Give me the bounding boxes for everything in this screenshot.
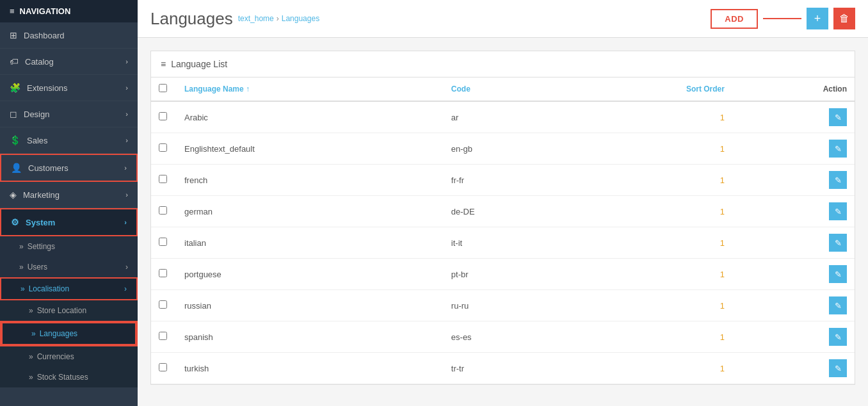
row-name: russian	[177, 290, 444, 321]
chevron-right-icon: ›	[125, 110, 128, 118]
row-checkbox	[151, 101, 177, 133]
row-select-checkbox[interactable]	[159, 300, 167, 309]
edit-button[interactable]: ✎	[829, 108, 847, 126]
trash-icon: 🗑	[839, 13, 849, 24]
content-area: ≡ Language List Language Name ↑ Code Sor…	[138, 38, 868, 406]
add-button-blue[interactable]: +	[807, 8, 828, 29]
sidebar-item-label: Stock Statuses	[37, 373, 88, 382]
sidebar-item-localisation[interactable]: » Localisation ›	[0, 277, 138, 300]
row-checkbox	[151, 353, 177, 384]
sidebar-item-label: Settings	[28, 242, 55, 251]
row-select-checkbox[interactable]	[159, 363, 167, 371]
language-list-panel: ≡ Language List Language Name ↑ Code Sor…	[150, 51, 855, 385]
chevron-right-icon: ›	[125, 263, 128, 272]
col-sort-order[interactable]: Sort Order	[565, 77, 732, 101]
sidebar-item-currencies[interactable]: » Currencies	[0, 346, 138, 367]
sidebar-item-label: Store Location	[37, 306, 86, 315]
row-action: ✎	[732, 321, 855, 353]
sidebar-item-label: Localisation	[29, 284, 69, 293]
select-all-checkbox[interactable]	[159, 84, 167, 92]
edit-button[interactable]: ✎	[829, 234, 847, 252]
row-code: fr-fr	[444, 165, 565, 196]
breadcrumb-home[interactable]: text_home	[238, 14, 274, 23]
marketing-icon: ◈	[10, 190, 17, 200]
sidebar-item-stock-statuses[interactable]: » Stock Statuses	[0, 367, 138, 387]
sidebar-item-store-location[interactable]: » Store Location	[0, 300, 138, 321]
plus-icon: +	[814, 12, 821, 26]
edit-button[interactable]: ✎	[829, 202, 847, 220]
edit-button[interactable]: ✎	[829, 140, 847, 158]
col-code[interactable]: Code	[444, 77, 565, 101]
row-name: german	[177, 196, 444, 227]
row-name: Englishtext_default	[177, 133, 444, 165]
design-icon: ◻	[10, 109, 17, 119]
sidebar-item-extensions[interactable]: 🧩 Extensions ›	[0, 75, 138, 101]
edit-icon: ✎	[835, 238, 842, 248]
row-checkbox	[151, 165, 177, 196]
edit-button[interactable]: ✎	[829, 359, 847, 377]
row-name: turkish	[177, 353, 444, 384]
row-name: portguese	[177, 259, 444, 290]
sidebar-item-users[interactable]: » Users ›	[0, 257, 138, 277]
sidebar-item-label: Design	[24, 110, 49, 119]
row-sort-order: 1	[565, 290, 732, 321]
page-title: Languages	[150, 9, 233, 29]
customers-icon: 👤	[11, 163, 22, 173]
main-content: Languages text_home › Languages ADD + 🗑 …	[138, 0, 868, 406]
delete-button[interactable]: 🗑	[833, 8, 855, 29]
chevron-right-icon: ›	[125, 191, 128, 199]
row-select-checkbox[interactable]	[159, 269, 167, 277]
system-submenu: » Settings » Users › » Localisation › » …	[0, 236, 138, 387]
row-checkbox	[151, 133, 177, 165]
sidebar-item-catalog[interactable]: 🏷 Catalog ›	[0, 49, 138, 75]
row-sort-order: 1	[565, 133, 732, 165]
col-checkbox	[151, 77, 177, 101]
sidebar-item-design[interactable]: ◻ Design ›	[0, 101, 138, 127]
row-code: pt-br	[444, 259, 565, 290]
row-action: ✎	[732, 353, 855, 384]
sidebar-item-dashboard[interactable]: ⊞ Dashboard	[0, 22, 138, 49]
sidebar-item-label: Marketing	[23, 190, 60, 200]
row-sort-order: 1	[565, 227, 732, 259]
sidebar-item-system[interactable]: ⚙ System ›	[0, 208, 138, 236]
sidebar-item-label: Currencies	[37, 352, 74, 361]
row-select-checkbox[interactable]	[159, 238, 167, 246]
sidebar-item-label: Languages	[40, 329, 77, 338]
col-name[interactable]: Language Name ↑	[177, 77, 444, 101]
edit-button[interactable]: ✎	[829, 171, 847, 189]
sidebar-item-languages-wrapper: » Languages	[0, 321, 138, 346]
sidebar-item-label: Sales	[27, 136, 48, 145]
row-select-checkbox[interactable]	[159, 332, 167, 340]
edit-button[interactable]: ✎	[829, 328, 847, 346]
row-select-checkbox[interactable]	[159, 112, 167, 120]
edit-icon: ✎	[835, 270, 842, 279]
edit-icon: ✎	[835, 332, 842, 342]
row-code: ru-ru	[444, 290, 565, 321]
row-checkbox	[151, 227, 177, 259]
table-row: german de-DE 1 ✎	[151, 196, 855, 227]
sidebar-item-languages[interactable]: » Languages	[1, 322, 136, 345]
row-select-checkbox[interactable]	[159, 175, 167, 183]
breadcrumb-languages[interactable]: Languages	[282, 14, 319, 23]
row-select-checkbox[interactable]	[159, 143, 167, 152]
table-row: spanish es-es 1 ✎	[151, 321, 855, 353]
col-action: Action	[732, 77, 855, 101]
table-header: Language Name ↑ Code Sort Order Action	[151, 77, 855, 101]
sidebar-item-label: System	[26, 218, 55, 227]
row-code: ar	[444, 101, 565, 133]
sidebar-item-marketing[interactable]: ◈ Marketing ›	[0, 182, 138, 208]
row-action: ✎	[732, 290, 855, 321]
double-arrow-icon: »	[31, 329, 36, 338]
row-action: ✎	[732, 227, 855, 259]
sidebar-item-customers[interactable]: 👤 Customers ›	[0, 154, 138, 182]
panel-heading: ≡ Language List	[151, 51, 855, 77]
table-row: russian ru-ru 1 ✎	[151, 290, 855, 321]
language-table: Language Name ↑ Code Sort Order Action A…	[151, 77, 855, 384]
add-button-outlined[interactable]: ADD	[711, 9, 758, 29]
edit-button[interactable]: ✎	[829, 296, 847, 314]
edit-button[interactable]: ✎	[829, 265, 847, 283]
sidebar-item-sales[interactable]: 💲 Sales ›	[0, 127, 138, 154]
sidebar-item-settings[interactable]: » Settings	[0, 236, 138, 257]
row-select-checkbox[interactable]	[159, 206, 167, 215]
panel-title: Language List	[171, 59, 227, 69]
